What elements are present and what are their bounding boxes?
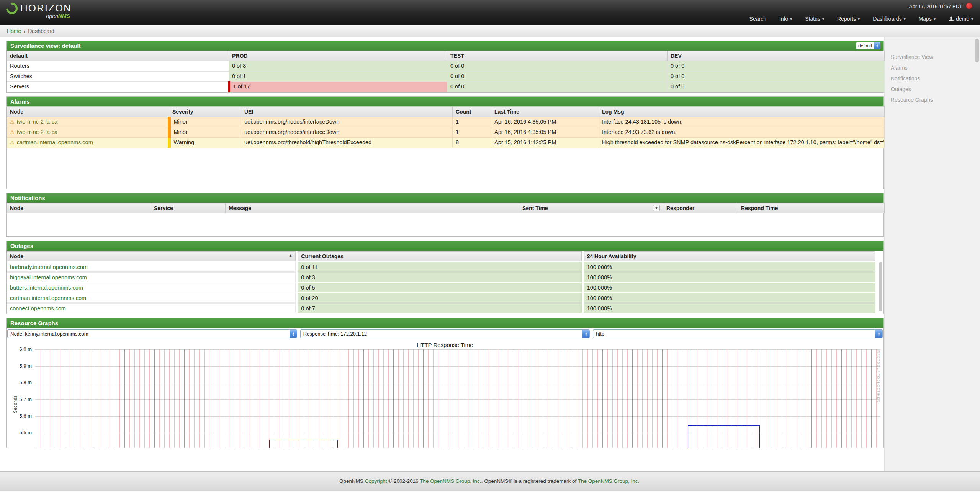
sort-asc-icon[interactable]: ▲ bbox=[288, 253, 292, 257]
alarms-col-severity[interactable]: Severity bbox=[169, 107, 241, 117]
chevron-down-icon: ▾ bbox=[904, 17, 906, 21]
alarm-node-link[interactable]: two-rr-nc-2-la-ca bbox=[17, 129, 57, 135]
alarms-col-last-time[interactable]: Last Time bbox=[491, 107, 599, 117]
sidebar-item-outages[interactable]: Outages bbox=[891, 84, 980, 94]
outages-col-current[interactable]: Current Outages bbox=[298, 251, 581, 261]
notifications-col-node[interactable]: Node bbox=[7, 203, 151, 213]
resource-graph-selectors: Node: kenny.internal.opennms.com ▲▼ Resp… bbox=[7, 328, 883, 340]
surveillance-table: default PROD TEST DEV Routers 0 of 8 0 o… bbox=[7, 51, 885, 92]
outages-scrollbar[interactable] bbox=[879, 262, 882, 311]
surveillance-cell[interactable]: 0 of 0 bbox=[447, 82, 668, 92]
alarm-node-link[interactable]: cartman.internal.opennms.com bbox=[17, 139, 93, 145]
footer-text: OpenNMS bbox=[339, 478, 363, 484]
footer-group-link[interactable]: The OpenNMS Group, Inc. bbox=[420, 478, 481, 484]
outages-table: ▲ Node Current Outages 24 Hour Availabil… bbox=[5, 251, 877, 314]
breadcrumb-home-link[interactable]: Home bbox=[7, 28, 21, 34]
alarm-node-cell: ⚠cartman.internal.opennms.com bbox=[7, 138, 169, 148]
resource-graphs-panel: Resource Graphs Node: kenny.internal.ope… bbox=[6, 318, 884, 448]
outage-node-link[interactable]: biggayal.internal.opennms.com bbox=[10, 274, 87, 280]
nav-maps[interactable]: Maps▾ bbox=[919, 16, 936, 22]
surveillance-cell[interactable]: 0 of 0 bbox=[668, 61, 885, 72]
alarm-count: 1 bbox=[453, 117, 491, 127]
surveillance-cell[interactable]: 0 of 1 bbox=[229, 72, 447, 82]
resource-graphs-panel-title: Resource Graphs bbox=[10, 320, 58, 326]
outage-node-link[interactable]: connect.opennms.com bbox=[10, 305, 66, 311]
alarm-uei: uei.opennms.org/nodes/interfaceDown bbox=[241, 127, 453, 138]
breadcrumb: Home / Dashboard bbox=[0, 25, 980, 37]
sidebar-item-alarms[interactable]: Alarms bbox=[891, 62, 980, 73]
alarm-row: ⚠two-rr-nc-2-la-ca Minor uei.opennms.org… bbox=[7, 117, 885, 127]
surveillance-col-prod[interactable]: PROD bbox=[229, 51, 447, 61]
outage-node-link[interactable]: barbrady.internal.opennms.com bbox=[10, 264, 88, 270]
node-select[interactable]: Node: kenny.internal.opennms.com ▲▼ bbox=[7, 329, 297, 338]
surveillance-cell[interactable]: 0 of 0 bbox=[668, 72, 885, 82]
alarms-col-uei[interactable]: UEI bbox=[241, 107, 453, 117]
nav-user-menu[interactable]: demo ▾ bbox=[949, 16, 973, 22]
surveillance-panel-header: Surveillance view: default default ▲▼ bbox=[7, 41, 883, 51]
sidebar-item-surveillance-view[interactable]: Surveillance View bbox=[891, 52, 980, 62]
rrdtool-watermark: RRDTOOL / TOBI OETIKER bbox=[877, 350, 880, 402]
resource-select[interactable]: Response Time: 172.20.1.12 ▲▼ bbox=[300, 329, 590, 338]
alarm-row: ⚠two-rr-nc-2-la-ca Minor uei.opennms.org… bbox=[7, 127, 885, 138]
y-axis-label: Seconds bbox=[13, 395, 18, 413]
alarm-severity: Warning bbox=[169, 138, 241, 148]
footer-text: © 2002-2016 bbox=[388, 478, 418, 484]
outage-row: butters.internal.opennms.com 0 of 5 100.… bbox=[7, 283, 875, 292]
alarm-node-link[interactable]: two-rr-nc-2-la-ca bbox=[17, 119, 57, 125]
outage-node-link[interactable]: cartman.internal.opennms.com bbox=[10, 295, 86, 301]
notifications-col-responder[interactable]: Responder bbox=[663, 203, 738, 213]
footer-copyright-link[interactable]: Copyright bbox=[365, 478, 387, 484]
alarm-uei: uei.opennms.org/threshold/highThresholdE… bbox=[241, 138, 453, 148]
alarms-empty-space bbox=[7, 148, 883, 189]
surveillance-view-select[interactable]: default ▲▼ bbox=[856, 42, 880, 49]
surveillance-cell-critical[interactable]: 1 of 17 bbox=[229, 82, 447, 92]
surveillance-row-label[interactable]: Routers bbox=[7, 61, 229, 72]
surveillance-row-label[interactable]: Switches bbox=[7, 72, 229, 82]
surveillance-col-dev[interactable]: DEV bbox=[668, 51, 885, 61]
breadcrumb-current: Dashboard bbox=[28, 28, 54, 34]
notifications-col-respond-time[interactable]: Respond Time bbox=[738, 203, 885, 213]
surveillance-cell[interactable]: 0 of 0 bbox=[447, 72, 668, 82]
sidebar-item-resource-graphs[interactable]: Resource Graphs bbox=[891, 94, 980, 105]
graph-type-select[interactable]: http ▲▼ bbox=[593, 329, 883, 338]
surveillance-cell[interactable]: 0 of 0 bbox=[668, 82, 885, 92]
outage-availability: 100.000% bbox=[584, 262, 875, 272]
sidebar-item-notifications[interactable]: Notifications bbox=[891, 73, 980, 84]
sort-desc-icon[interactable]: ▼ bbox=[653, 205, 660, 211]
footer-group-link[interactable]: The OpenNMS Group, Inc. bbox=[578, 478, 640, 484]
outage-current: 0 of 5 bbox=[298, 283, 581, 292]
nav-status[interactable]: Status▾ bbox=[805, 16, 824, 22]
nav-info[interactable]: Info▾ bbox=[779, 16, 792, 22]
chevron-down-icon: ▾ bbox=[822, 17, 824, 21]
chevron-down-icon: ▾ bbox=[790, 17, 792, 21]
surveillance-cell[interactable]: 0 of 8 bbox=[229, 61, 447, 72]
outage-current: 0 of 11 bbox=[298, 262, 581, 272]
page-scrollbar[interactable] bbox=[975, 39, 979, 62]
alarms-col-log-msg[interactable]: Log Msg bbox=[599, 107, 885, 117]
notifications-col-message[interactable]: Message bbox=[226, 203, 519, 213]
graph-line-segment bbox=[688, 425, 760, 448]
alarms-panel: Alarms Node Severity UEI Count Last Time… bbox=[6, 96, 884, 189]
logo-title: HORIZON bbox=[20, 2, 72, 14]
sidebar-link-list: Surveillance View Alarms Notifications O… bbox=[891, 52, 980, 105]
status-indicator-badge[interactable] bbox=[966, 3, 972, 9]
outages-col-node[interactable]: ▲ Node bbox=[7, 251, 296, 261]
surveillance-col-test[interactable]: TEST bbox=[447, 51, 668, 61]
right-sidebar: Surveillance View Alarms Notifications O… bbox=[884, 37, 980, 471]
nav-reports[interactable]: Reports▾ bbox=[837, 16, 860, 22]
surveillance-cell[interactable]: 0 of 0 bbox=[447, 61, 668, 72]
alarms-col-count[interactable]: Count bbox=[453, 107, 491, 117]
y-axis-tick: 5.9 m bbox=[10, 363, 32, 369]
nav-dashboards[interactable]: Dashboards▾ bbox=[873, 16, 906, 22]
alarms-col-node[interactable]: Node bbox=[7, 107, 169, 117]
notifications-col-service[interactable]: Service bbox=[151, 203, 226, 213]
alarms-table: Node Severity UEI Count Last Time Log Ms… bbox=[7, 106, 885, 148]
notifications-col-sent-time[interactable]: ▼ Sent Time bbox=[519, 203, 663, 213]
outages-col-availability[interactable]: 24 Hour Availability bbox=[584, 251, 875, 261]
outage-node-link[interactable]: butters.internal.opennms.com bbox=[10, 285, 83, 291]
surveillance-row-label[interactable]: Servers bbox=[7, 82, 229, 92]
footer-text: OpenNMS® is a registered trademark of bbox=[484, 478, 576, 484]
opennms-horizon-logo[interactable]: HORIZON openNMS bbox=[6, 2, 72, 19]
select-stepper-icon: ▲▼ bbox=[874, 42, 880, 49]
nav-search[interactable]: Search bbox=[749, 16, 766, 22]
